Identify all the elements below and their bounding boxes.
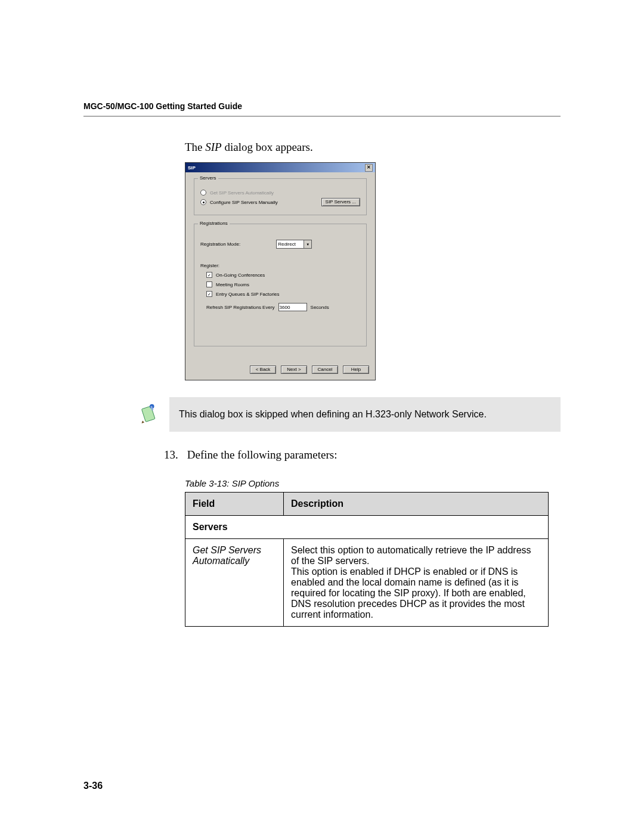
registration-mode-select[interactable]: Redirect ▼	[276, 240, 312, 249]
register-label: Register:	[200, 263, 360, 268]
check-meeting-label: Meeting Rooms	[216, 282, 249, 287]
sip-options-table: Field Description Servers Get SIP Server…	[185, 492, 549, 627]
svg-marker-0	[142, 421, 145, 424]
page-header: MGC-50/MGC-100 Getting Started Guide	[83, 101, 561, 117]
check-meeting[interactable]	[206, 281, 212, 287]
intro-suffix: dialog box appears.	[222, 141, 313, 153]
help-button[interactable]: Help	[343, 366, 369, 374]
cancel-button[interactable]: Cancel	[312, 366, 338, 374]
servers-legend: Servers	[198, 175, 218, 181]
registrations-legend: Registrations	[198, 221, 230, 226]
dialog-titlebar: SIP ✕	[185, 163, 375, 172]
radio-automatic-label: Get SIP Servers Automatically	[210, 190, 274, 196]
next-button[interactable]: Next >	[281, 366, 307, 374]
close-icon[interactable]: ✕	[365, 164, 373, 172]
step-text: Define the following parameters:	[187, 448, 338, 461]
th-desc: Description	[284, 493, 549, 516]
registration-mode-value: Redirect	[278, 241, 296, 247]
refresh-input[interactable]	[278, 303, 307, 311]
sip-servers-button[interactable]: SIP Servers ...	[321, 198, 360, 206]
svg-rect-1	[141, 406, 155, 422]
refresh-unit: Seconds	[311, 305, 329, 310]
radio-manual-label: Configure SIP Servers Manually	[210, 200, 278, 205]
table-section-servers: Servers	[185, 516, 549, 539]
table-caption: Table 3-13: SIP Options	[185, 478, 561, 488]
registrations-group: Registrations Registration Mode: Redirec…	[194, 224, 367, 346]
check-ongoing[interactable]: ✓	[206, 272, 212, 278]
step-number: 13.	[164, 448, 184, 462]
note-icon	[137, 404, 159, 425]
check-ongoing-label: On-Going Conferences	[216, 272, 265, 278]
table-row1-field: Get SIP Servers Automatically	[185, 539, 284, 627]
registration-mode-label: Registration Mode:	[200, 241, 240, 247]
chevron-down-icon: ▼	[304, 240, 311, 248]
note-text: This dialog box is skipped when defining…	[169, 397, 561, 432]
intro-prefix: The	[185, 141, 205, 153]
intro-italic: SIP	[205, 141, 221, 153]
back-button[interactable]: < Back	[250, 366, 276, 374]
refresh-label: Refresh SIP Registrations Every	[206, 305, 275, 310]
servers-group: Servers Get SIP Servers Automatically Co…	[194, 178, 367, 215]
radio-manual[interactable]	[200, 199, 206, 205]
th-field: Field	[185, 493, 284, 516]
table-row1-desc: Select this option to automatically retr…	[284, 539, 549, 627]
intro-text: The SIP dialog box appears.	[185, 141, 561, 154]
step-13: 13. Define the following parameters:	[164, 448, 561, 462]
check-entry-label: Entry Queues & SIP Factories	[216, 292, 280, 297]
dialog-title: SIP	[188, 165, 196, 171]
sip-dialog: SIP ✕ Servers Get SIP Servers Automatica…	[185, 162, 376, 380]
radio-automatic[interactable]	[200, 190, 206, 196]
page-number: 3-36	[83, 781, 103, 791]
check-entry[interactable]: ✓	[206, 291, 212, 297]
